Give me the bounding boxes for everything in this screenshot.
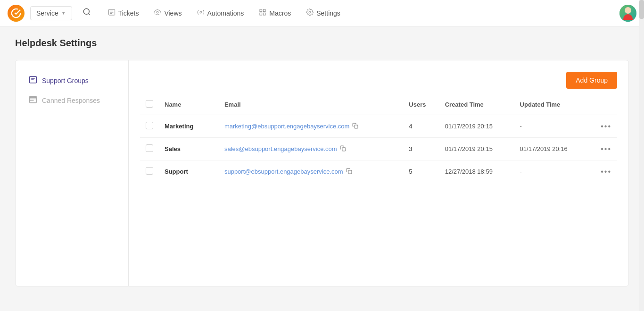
avatar-body — [623, 14, 633, 20]
add-group-button[interactable]: Add Group — [566, 72, 617, 89]
automations-icon — [197, 8, 205, 18]
row-actions-sales: ••• — [589, 138, 617, 160]
svg-rect-8 — [260, 9, 262, 12]
nav-automations-label: Automations — [207, 9, 244, 17]
svg-point-0 — [83, 8, 89, 14]
main-panel: Support Groups Canned Responses Add Grou… — [15, 60, 629, 286]
avatar-head — [625, 7, 631, 14]
header-name: Name — [159, 94, 219, 115]
row-created-marketing: 01/17/2019 20:15 — [439, 115, 514, 138]
table-row: Marketing marketing@ebsupport.engagebays… — [140, 115, 617, 138]
nav-item-macros[interactable]: Macros — [252, 5, 297, 22]
search-button[interactable] — [80, 5, 94, 21]
header-actions — [589, 94, 617, 115]
nav-item-views[interactable]: Views — [147, 5, 188, 22]
scrollbar-thumb[interactable] — [639, 0, 644, 19]
svg-rect-17 — [355, 125, 358, 128]
row-updated-support: - — [514, 160, 589, 183]
svg-rect-9 — [264, 9, 266, 12]
page-title: Helpdesk Settings — [15, 38, 629, 49]
svg-line-1 — [88, 13, 90, 15]
sidebar-item-canned-responses[interactable]: Canned Responses — [23, 92, 121, 109]
support-groups-label: Support Groups — [42, 77, 89, 84]
sidebar-item-support-groups[interactable]: Support Groups — [23, 72, 121, 90]
svg-point-7 — [200, 11, 202, 13]
nav-tickets-label: Tickets — [118, 9, 139, 17]
email-text-sales: sales@ebsupport.engagebayservice.com — [224, 145, 337, 152]
user-avatar[interactable] — [619, 5, 636, 22]
chevron-down-icon: ▼ — [61, 10, 66, 16]
row-name-support: Support — [159, 160, 219, 183]
row-more-menu-sales[interactable]: ••• — [601, 145, 611, 153]
svg-rect-10 — [260, 13, 262, 15]
row-users-support: 5 — [403, 160, 439, 183]
row-name-sales: Sales — [159, 138, 219, 160]
row-created-sales: 01/17/2019 20:15 — [439, 138, 514, 160]
select-all-checkbox[interactable] — [146, 100, 153, 108]
row-updated-marketing: - — [514, 115, 589, 138]
nav-item-tickets[interactable]: Tickets — [101, 5, 146, 22]
tickets-icon — [108, 8, 116, 18]
table-wrapper: Name Email Users Created Time Updated Ti… — [140, 94, 617, 183]
nav-views-label: Views — [164, 9, 182, 17]
row-checkbox-support[interactable] — [146, 167, 153, 175]
row-actions-support: ••• — [589, 160, 617, 183]
header-checkbox-cell — [140, 94, 159, 115]
table-row: Support support@ebsupport.engagebayservi… — [140, 160, 617, 183]
row-email-sales: sales@ebsupport.engagebayservice.com — [219, 138, 403, 160]
row-actions-marketing: ••• — [589, 115, 617, 138]
copy-icon-support[interactable] — [346, 168, 352, 176]
settings-icon — [306, 8, 314, 18]
avatar-image — [619, 5, 636, 22]
canned-responses-icon — [29, 95, 37, 106]
row-email-support: support@ebsupport.engagebayservice.com — [219, 160, 403, 183]
row-more-menu-support[interactable]: ••• — [601, 168, 611, 176]
table-body: Marketing marketing@ebsupport.engagebays… — [140, 115, 617, 183]
row-users-sales: 3 — [403, 138, 439, 160]
row-users-marketing: 4 — [403, 115, 439, 138]
views-icon — [154, 8, 161, 18]
service-label: Service — [36, 9, 58, 17]
email-text-marketing: marketing@ebsupport.engagebayservice.com — [224, 123, 349, 130]
page-container: Helpdesk Settings Support Groups — [0, 26, 644, 298]
email-text-support: support@ebsupport.engagebayservice.com — [224, 168, 343, 175]
content-area: Add Group Name Email Users Created Time … — [129, 60, 628, 286]
row-created-support: 12/27/2018 18:59 — [439, 160, 514, 183]
scrollbar[interactable] — [639, 0, 644, 298]
groups-table: Name Email Users Created Time Updated Ti… — [140, 94, 617, 183]
row-more-menu-marketing[interactable]: ••• — [601, 122, 611, 130]
header-created-time: Created Time — [439, 94, 514, 115]
svg-point-12 — [309, 11, 311, 13]
app-logo[interactable] — [8, 5, 25, 22]
navbar: Service ▼ Tickets — [0, 0, 644, 26]
svg-rect-19 — [348, 170, 351, 173]
svg-rect-11 — [264, 13, 266, 15]
row-email-marketing: marketing@ebsupport.engagebayservice.com — [219, 115, 403, 138]
svg-rect-18 — [342, 147, 345, 151]
row-checkbox-cell — [140, 160, 159, 183]
copy-icon-marketing[interactable] — [352, 123, 358, 130]
header-users: Users — [403, 94, 439, 115]
row-checkbox-cell — [140, 115, 159, 138]
svg-point-6 — [157, 11, 158, 13]
macros-icon — [259, 8, 266, 18]
table-header-row: Name Email Users Created Time Updated Ti… — [140, 94, 617, 115]
nav-item-settings[interactable]: Settings — [299, 5, 347, 22]
row-name-marketing: Marketing — [159, 115, 219, 138]
canned-responses-label: Canned Responses — [42, 97, 100, 104]
copy-icon-sales[interactable] — [340, 145, 346, 153]
header-email: Email — [219, 94, 403, 115]
nav-macros-label: Macros — [269, 9, 291, 17]
row-checkbox-cell — [140, 138, 159, 160]
nav-settings-label: Settings — [316, 9, 340, 17]
row-checkbox-sales[interactable] — [146, 144, 153, 152]
header-updated-time: Updated Time — [514, 94, 589, 115]
table-row: Sales sales@ebsupport.engagebayservice.c… — [140, 138, 617, 160]
nav-item-automations[interactable]: Automations — [190, 5, 251, 22]
support-groups-icon — [29, 76, 37, 86]
row-updated-sales: 01/17/2019 20:16 — [514, 138, 589, 160]
service-dropdown[interactable]: Service ▼ — [30, 6, 72, 20]
nav-items: Tickets Views Automations — [101, 5, 347, 22]
row-checkbox-marketing[interactable] — [146, 122, 153, 129]
sidebar: Support Groups Canned Responses — [16, 60, 129, 286]
